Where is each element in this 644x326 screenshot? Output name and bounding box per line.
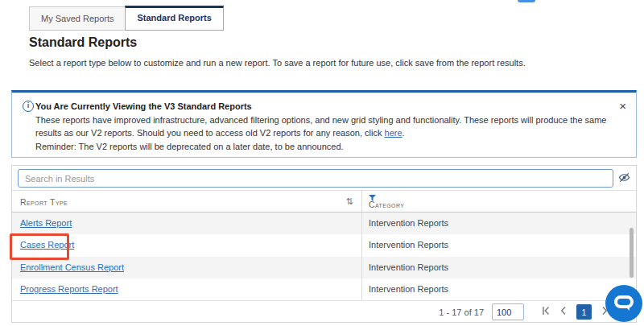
banner-body-period: .: [402, 128, 405, 138]
category-cell: Intervention Reports: [361, 257, 636, 279]
v3-info-banner: i You Are Currently Viewing the V3 Stand…: [11, 90, 637, 158]
report-type-cell: Alerts Report: [12, 213, 361, 234]
banner-title: You Are Currently Viewing the V3 Standar…: [35, 101, 252, 111]
info-icon: i: [23, 101, 34, 112]
standard-reports-page: My Saved Reports Standard Reports Standa…: [0, 0, 644, 326]
report-type-cell: Cases Report: [12, 234, 361, 257]
banner-reminder: Reminder: The V2 reports will be depreca…: [35, 142, 344, 151]
sort-icon[interactable]: ⇅: [345, 196, 353, 207]
chat-button[interactable]: [605, 285, 642, 322]
table-row: Progress Reports Report Intervention Rep…: [12, 279, 636, 300]
clipped-top-button: [518, 0, 535, 2]
banner-body: These reports have improved infrastructu…: [35, 114, 607, 140]
report-type-cell: Enrollment Census Report: [12, 257, 361, 279]
table-scrollbar[interactable]: [630, 228, 634, 278]
banner-body-text: These reports have improved infrastructu…: [35, 115, 606, 138]
category-cell: Intervention Reports: [361, 213, 636, 234]
first-page-button[interactable]: [541, 306, 551, 318]
filter-applied-icon: [369, 193, 376, 200]
category-cell: Intervention Reports: [361, 279, 636, 300]
page-1-button[interactable]: 1: [576, 304, 592, 320]
tab-standard-reports[interactable]: Standard Reports: [125, 6, 223, 31]
prev-page-button[interactable]: [559, 306, 568, 318]
chat-bubble-icon: [614, 295, 634, 308]
page-size-input[interactable]: [492, 303, 524, 320]
chevron-left-icon: [559, 306, 568, 318]
page-subtitle: Select a report type below to customize …: [29, 58, 526, 68]
reports-grid: Report Type ⇅ Category Alerts Report Int…: [11, 165, 637, 323]
close-icon: ×: [619, 99, 626, 113]
tab-my-saved-reports[interactable]: My Saved Reports: [29, 6, 126, 31]
category-cell: Intervention Reports: [361, 234, 636, 257]
table-header-row: Report Type ⇅ Category: [12, 190, 636, 213]
table-row: Cases Report Intervention Reports: [12, 234, 636, 257]
column-header-category[interactable]: Category: [361, 191, 636, 212]
report-type-header-label: Report Type: [20, 197, 68, 207]
v2-reports-link[interactable]: here: [385, 128, 402, 138]
enrollment-census-report-link[interactable]: Enrollment Census Report: [20, 262, 124, 272]
pager-range-label: 1 - 17 of 17: [439, 307, 484, 317]
pager: 1 - 17 of 17 1: [12, 300, 636, 323]
table-row: Alerts Report Intervention Reports: [12, 213, 636, 234]
grid-search-row: [12, 166, 636, 190]
table-row: Enrollment Census Report Intervention Re…: [12, 257, 636, 279]
eye-slash-icon[interactable]: [618, 171, 630, 184]
first-page-icon: [541, 306, 551, 318]
column-header-report-type[interactable]: Report Type ⇅: [12, 191, 361, 212]
search-input[interactable]: [18, 169, 613, 188]
report-tabs: My Saved Reports Standard Reports: [29, 6, 224, 31]
report-type-cell: Progress Reports Report: [12, 279, 361, 300]
alerts-report-link[interactable]: Alerts Report: [20, 218, 72, 228]
page-title: Standard Reports: [29, 35, 137, 50]
progress-reports-report-link[interactable]: Progress Reports Report: [20, 284, 118, 294]
banner-close-button[interactable]: ×: [619, 101, 626, 112]
cases-report-link[interactable]: Cases Report: [20, 240, 74, 250]
